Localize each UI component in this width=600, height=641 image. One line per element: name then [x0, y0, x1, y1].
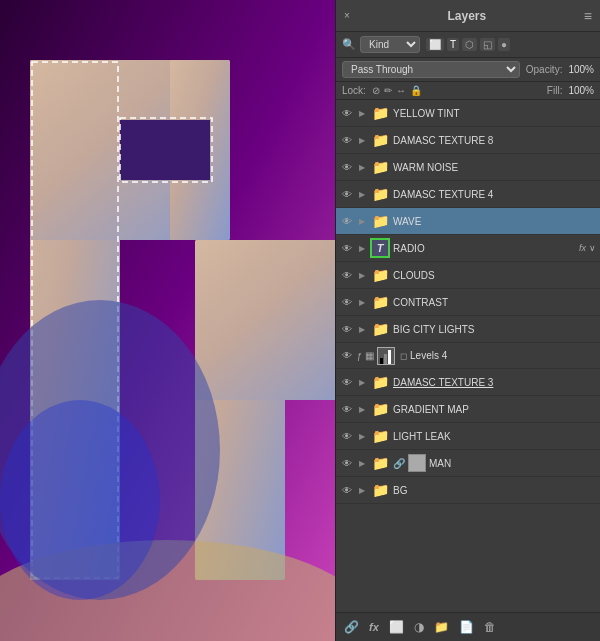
filter-icons: ⬜ T ⬡ ◱ ●: [426, 38, 510, 51]
layer-thumbnail: 📁: [370, 480, 390, 500]
fill-label: Fill:: [547, 85, 563, 96]
opacity-value[interactable]: 100%: [568, 64, 594, 75]
lock-label: Lock:: [342, 85, 366, 96]
layer-item[interactable]: 👁 ▶ 📁 DAMASC TEXTURE 4: [336, 181, 600, 208]
expand-icon[interactable]: ▶: [357, 377, 367, 387]
eye-icon[interactable]: 👁: [340, 429, 354, 443]
svg-rect-4: [120, 120, 210, 180]
eye-icon[interactable]: 👁: [340, 133, 354, 147]
opacity-label: Opacity:: [526, 64, 563, 75]
lock-transparent-icon[interactable]: ⊘: [372, 85, 380, 96]
layer-thumbnail: 📁: [370, 319, 390, 339]
expand-icon[interactable]: ▶: [357, 458, 367, 468]
expand-icon[interactable]: ▶: [357, 485, 367, 495]
fill-value[interactable]: 100%: [568, 85, 594, 96]
panel-footer: 🔗 fx ⬜ ◑ 📁 📄 🗑: [336, 612, 600, 641]
layer-thumbnail: 📁: [370, 184, 390, 204]
filter-text-icon[interactable]: T: [447, 38, 459, 51]
layer-fx-label: fx: [579, 243, 586, 253]
new-group-icon[interactable]: 📁: [432, 618, 451, 636]
layer-item[interactable]: 👁 ▶ 📁 BIG CITY LIGHTS: [336, 316, 600, 343]
lock-icons-group: ⊘ ✏ ↔ 🔒: [372, 85, 422, 96]
layer-thumbnail: 📁: [370, 426, 390, 446]
eye-icon[interactable]: 👁: [340, 160, 354, 174]
expand-icon[interactable]: ▶: [357, 404, 367, 414]
layer-thumbnail: 📁: [370, 157, 390, 177]
eye-icon[interactable]: 👁: [340, 349, 354, 363]
blend-bar: Pass Through Opacity: 100%: [336, 58, 600, 82]
expand-icon[interactable]: ▶: [357, 324, 367, 334]
expand-icon[interactable]: ▶: [357, 297, 367, 307]
layer-item[interactable]: 👁 ▶ 📁 WARM NOISE: [336, 154, 600, 181]
eye-icon[interactable]: 👁: [340, 106, 354, 120]
expand-icon[interactable]: ▶: [357, 270, 367, 280]
eye-icon[interactable]: 👁: [340, 402, 354, 416]
panel-menu-button[interactable]: ≡: [584, 9, 592, 23]
layer-item-man[interactable]: 👁 ▶ 📁 🔗 MAN: [336, 450, 600, 477]
link-icon[interactable]: 🔗: [342, 618, 361, 636]
lock-move-icon[interactable]: ↔: [396, 85, 406, 96]
layer-item-bg[interactable]: 👁 ▶ 📁 BG: [336, 477, 600, 504]
filter-smart-icon[interactable]: ◱: [480, 38, 495, 51]
new-layer-icon[interactable]: 📄: [457, 618, 476, 636]
layers-panel: × Layers ≡ 🔍 Kind ⬜ T ⬡ ◱ ● Pass Through…: [335, 0, 600, 641]
filter-shape-icon[interactable]: ⬡: [462, 38, 477, 51]
eye-icon[interactable]: 👁: [340, 241, 354, 255]
filter-pixel-icon[interactable]: ⬜: [426, 38, 444, 51]
expand-icon[interactable]: ▶: [357, 216, 367, 226]
layer-name: DAMASC TEXTURE 4: [393, 189, 596, 200]
eye-icon[interactable]: 👁: [340, 375, 354, 389]
layer-mask-thumbnail: [408, 454, 426, 472]
expand-icon[interactable]: ▶: [357, 189, 367, 199]
eye-icon[interactable]: 👁: [340, 456, 354, 470]
footer-icons: 🔗 fx ⬜ ◑ 📁 📄 🗑: [342, 618, 498, 636]
layer-item[interactable]: 👁 ▶ 📁 CONTRAST: [336, 289, 600, 316]
layer-item-levels4[interactable]: 👁 ƒ ▦ ◻ Levels 4: [336, 343, 600, 369]
layer-name: LIGHT LEAK: [393, 431, 596, 442]
panel-title: Layers: [447, 9, 486, 23]
eye-icon[interactable]: 👁: [340, 214, 354, 228]
svg-rect-6: [195, 240, 335, 400]
layer-item[interactable]: 👁 ▶ 📁 YELLOW TINT: [336, 100, 600, 127]
panel-header: × Layers ≡: [336, 0, 600, 32]
eye-icon[interactable]: 👁: [340, 322, 354, 336]
add-mask-icon[interactable]: ⬜: [387, 618, 406, 636]
eye-icon[interactable]: 👁: [340, 295, 354, 309]
layer-item-radio[interactable]: 👁 ▶ T RADIO fx ∨: [336, 235, 600, 262]
lock-bar: Lock: ⊘ ✏ ↔ 🔒 Fill: 100%: [336, 82, 600, 100]
expand-icon[interactable]: ▶: [357, 243, 367, 253]
filter-fill-icon[interactable]: ●: [498, 38, 510, 51]
expand-icon[interactable]: ▶: [357, 135, 367, 145]
layer-name: YELLOW TINT: [393, 108, 596, 119]
layers-list: 👁 ▶ 📁 YELLOW TINT 👁 ▶ 📁 DAMASC TEXTURE 8…: [336, 100, 600, 612]
layer-thumbnail: 📁: [370, 399, 390, 419]
layer-item[interactable]: 👁 ▶ 📁 LIGHT LEAK: [336, 423, 600, 450]
lock-paint-icon[interactable]: ✏: [384, 85, 392, 96]
panel-close-icon[interactable]: ×: [344, 10, 350, 21]
search-icon: 🔍: [342, 38, 356, 51]
adjustment-icon[interactable]: ◑: [412, 618, 426, 636]
layer-name: RADIO: [393, 243, 576, 254]
layer-link-icon: 🔗: [393, 458, 405, 469]
delete-layer-icon[interactable]: 🗑: [482, 618, 498, 636]
layer-item[interactable]: 👁 ▶ 📁 GRADIENT MAP: [336, 396, 600, 423]
expand-icon[interactable]: ▶: [357, 431, 367, 441]
expand-icon[interactable]: ▶: [357, 162, 367, 172]
fx-button[interactable]: fx: [367, 619, 381, 635]
lock-all-icon[interactable]: 🔒: [410, 85, 422, 96]
filter-kind-select[interactable]: Kind: [360, 36, 420, 53]
layer-thumbnail: 📁: [370, 372, 390, 392]
eye-icon[interactable]: 👁: [340, 268, 354, 282]
eye-icon[interactable]: 👁: [340, 483, 354, 497]
blend-mode-select[interactable]: Pass Through: [342, 61, 520, 78]
layer-item-wave[interactable]: 👁 ▶ 📁 WAVE: [336, 208, 600, 235]
layer-item[interactable]: 👁 ▶ 📁 CLOUDS: [336, 262, 600, 289]
layer-thumbnail: 📁: [370, 265, 390, 285]
layer-item[interactable]: 👁 ▶ 📁 DAMASC TEXTURE 8: [336, 127, 600, 154]
layer-name: MAN: [429, 458, 596, 469]
layer-name: Levels 4: [410, 350, 596, 361]
eye-icon[interactable]: 👁: [340, 187, 354, 201]
layer-fx-arrow[interactable]: ∨: [589, 243, 596, 253]
layer-item[interactable]: 👁 ▶ 📁 DAMASC TEXTURE 3: [336, 369, 600, 396]
expand-icon[interactable]: ▶: [357, 108, 367, 118]
